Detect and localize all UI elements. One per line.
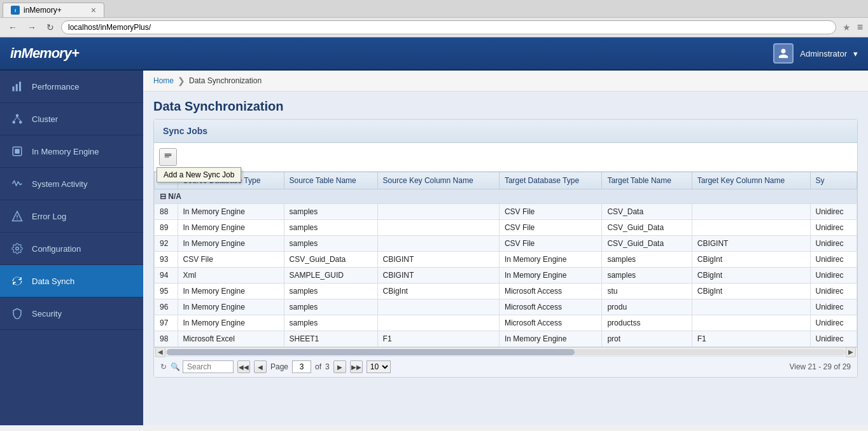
cell-src-table: SHEET1 bbox=[284, 331, 377, 347]
of-label: of bbox=[315, 362, 321, 371]
sync-toolbar: Add a New Sync Job bbox=[154, 143, 857, 172]
cell-tgt-db: CSV File bbox=[499, 236, 601, 252]
cell-tgt-db: CSV File bbox=[499, 204, 601, 220]
sidebar-item-configuration[interactable]: Configuration bbox=[0, 233, 143, 265]
sidebar-item-system-activity[interactable]: System Activity bbox=[0, 168, 143, 200]
table-row[interactable]: 97 In Memory Engine samples Microsoft Ac… bbox=[155, 315, 857, 331]
table-row[interactable]: 96 In Memory Engine samples Microsoft Ac… bbox=[155, 299, 857, 315]
refresh-icon[interactable]: ↻ bbox=[160, 362, 167, 371]
cell-sync: Unidirec bbox=[810, 220, 857, 236]
table-scroll-wrapper: Source Database Type Source Table Name S… bbox=[154, 172, 857, 347]
cell-id: 95 bbox=[155, 284, 178, 299]
table-row[interactable]: 94 Xml SAMPLE_GUID CBIGINT In Memory Eng… bbox=[155, 268, 857, 284]
breadcrumb-home[interactable]: Home bbox=[153, 76, 174, 85]
cell-sync: Unidirec bbox=[810, 284, 857, 299]
content-area: Home ❯ Data Synchronization Data Synchro… bbox=[143, 71, 868, 425]
svg-rect-9 bbox=[15, 149, 20, 154]
table-row[interactable]: 89 In Memory Engine samples CSV File CSV… bbox=[155, 220, 857, 236]
table-row[interactable]: 93 CSV File CSV_Guid_Data CBIGINT In Mem… bbox=[155, 252, 857, 268]
table-row[interactable]: 95 In Memory Engine samples CBigInt Micr… bbox=[155, 284, 857, 299]
scroll-right-arrow[interactable]: ▶ bbox=[846, 347, 856, 357]
cell-tgt-table: stu bbox=[602, 284, 692, 299]
next-page-button[interactable]: ▶ bbox=[333, 360, 346, 373]
address-bar[interactable] bbox=[61, 20, 836, 34]
app-wrapper: inMemory+ Adminstrator ▾ Performance bbox=[0, 38, 868, 425]
back-button[interactable]: ← bbox=[5, 21, 20, 34]
tab-close-button[interactable]: × bbox=[91, 6, 96, 15]
add-sync-job-button[interactable] bbox=[159, 148, 177, 166]
engine-icon bbox=[10, 144, 24, 158]
cell-tgt-key: F1 bbox=[692, 331, 810, 347]
page-title: Data Synchronization bbox=[143, 92, 868, 119]
svg-rect-2 bbox=[19, 82, 21, 92]
sidebar-label-in-memory-engine: In Memory Engine bbox=[32, 147, 99, 156]
col-header-sync: Sy bbox=[810, 172, 857, 189]
table-row[interactable]: 88 In Memory Engine samples CSV File CSV… bbox=[155, 204, 857, 220]
cell-src-db: In Memory Engine bbox=[178, 299, 284, 315]
cell-tgt-db: Microsoft Access bbox=[499, 284, 601, 299]
forward-button[interactable]: → bbox=[24, 21, 39, 34]
svg-point-5 bbox=[19, 121, 22, 124]
cell-src-key bbox=[377, 220, 499, 236]
cell-tgt-table: samples bbox=[602, 268, 692, 284]
cell-id: 88 bbox=[155, 204, 178, 220]
browser-menu-icon[interactable]: ≡ bbox=[857, 22, 863, 33]
cell-tgt-table: produ bbox=[602, 299, 692, 315]
security-icon bbox=[10, 306, 24, 320]
user-dropdown-icon[interactable]: ▾ bbox=[853, 49, 858, 58]
app-header: inMemory+ Adminstrator ▾ bbox=[0, 38, 868, 71]
cell-src-key bbox=[377, 315, 499, 331]
sync-jobs-table: Source Database Type Source Table Name S… bbox=[154, 172, 857, 347]
cell-src-db: Microsoft Excel bbox=[178, 331, 284, 347]
cell-tgt-key bbox=[692, 315, 810, 331]
cell-tgt-key: CBigInt bbox=[692, 268, 810, 284]
sidebar-item-security[interactable]: Security bbox=[0, 298, 143, 330]
sidebar-label-performance: Performance bbox=[32, 82, 79, 92]
sidebar-item-performance[interactable]: Performance bbox=[0, 71, 143, 103]
breadcrumb-current: Data Synchronization bbox=[189, 76, 262, 85]
breadcrumb: Home ❯ Data Synchronization bbox=[143, 71, 868, 92]
search-icon: 🔍 bbox=[171, 362, 180, 371]
cell-src-table: samples bbox=[284, 220, 377, 236]
cell-tgt-table: samples bbox=[602, 252, 692, 268]
search-input[interactable] bbox=[183, 360, 234, 373]
cluster-icon bbox=[10, 112, 24, 126]
sidebar-item-cluster[interactable]: Cluster bbox=[0, 103, 143, 135]
main-area: Performance Cluster In Memory Engine Sys… bbox=[0, 71, 868, 425]
current-page-input[interactable] bbox=[292, 360, 311, 373]
cell-src-key bbox=[377, 204, 499, 220]
table-row[interactable]: 98 Microsoft Excel SHEET1 F1 In Memory E… bbox=[155, 331, 857, 347]
scroll-thumb[interactable] bbox=[167, 349, 575, 355]
scroll-left-arrow[interactable]: ◀ bbox=[155, 347, 165, 357]
horizontal-scrollbar[interactable]: ◀ ▶ bbox=[154, 347, 857, 356]
activity-icon bbox=[10, 177, 24, 191]
browser-chrome: i inMemory+ × ← → ↻ ★ ≡ bbox=[0, 0, 868, 38]
cell-src-key: F1 bbox=[377, 331, 499, 347]
bookmark-icon[interactable]: ★ bbox=[843, 22, 851, 32]
view-range-label: View 21 - 29 of 29 bbox=[789, 362, 851, 371]
sidebar-label-cluster: Cluster bbox=[32, 114, 58, 124]
cell-src-key: CBIGINT bbox=[377, 268, 499, 284]
sidebar-item-data-synch[interactable]: Data Synch bbox=[0, 265, 143, 298]
last-page-button[interactable]: ▶▶ bbox=[350, 360, 363, 373]
scroll-track[interactable] bbox=[165, 349, 846, 355]
add-sync-job-tooltip: Add a New Sync Job bbox=[157, 167, 241, 182]
sidebar-label-system-activity: System Activity bbox=[32, 179, 87, 189]
sync-icon bbox=[10, 274, 24, 288]
prev-page-button[interactable]: ◀ bbox=[254, 360, 267, 373]
sidebar-label-configuration: Configuration bbox=[32, 244, 81, 254]
sidebar-label-data-synch: Data Synch bbox=[32, 277, 74, 286]
first-page-button[interactable]: ◀◀ bbox=[237, 360, 250, 373]
cell-tgt-table: CSV_Data bbox=[602, 204, 692, 220]
tab-label: inMemory+ bbox=[24, 6, 62, 15]
cell-src-db: In Memory Engine bbox=[178, 284, 284, 299]
cell-src-table: CSV_Guid_Data bbox=[284, 252, 377, 268]
sidebar-item-in-memory-engine[interactable]: In Memory Engine bbox=[0, 135, 143, 168]
tab-bar: i inMemory+ × bbox=[0, 0, 868, 17]
sidebar-item-error-log[interactable]: Error Log bbox=[0, 200, 143, 233]
refresh-button[interactable]: ↻ bbox=[43, 21, 57, 34]
page-size-select[interactable]: 10 25 50 bbox=[367, 360, 391, 373]
table-row[interactable]: 92 In Memory Engine samples CSV File CSV… bbox=[155, 236, 857, 252]
browser-tab[interactable]: i inMemory+ × bbox=[3, 3, 104, 17]
cell-tgt-table: productss bbox=[602, 315, 692, 331]
